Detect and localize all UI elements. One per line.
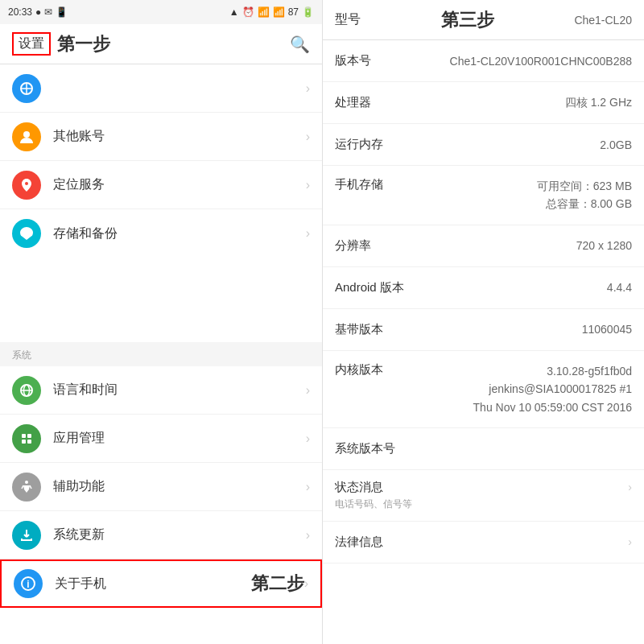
accounts-arrow: › <box>306 130 310 144</box>
right-panel: 型号 第三步 Che1-CL20 版本号 Che1-CL20V100R001CH… <box>322 0 644 644</box>
system-section-divider: 系统 <box>0 342 322 366</box>
alarm-icon: ⏰ <box>242 6 254 18</box>
menu-item-about-phone[interactable]: i 关于手机 第二步 › <box>0 559 322 608</box>
system-update-arrow: › <box>306 528 310 543</box>
storage-label: 存储和备份 <box>53 225 306 242</box>
info-row-legal[interactable]: 法律信息 › <box>323 522 644 564</box>
menu-item-network[interactable]: › <box>0 64 322 113</box>
menu-item-system-update[interactable]: 系统更新 › <box>0 511 322 559</box>
svg-rect-8 <box>27 434 31 438</box>
accounts-icon <box>12 122 41 151</box>
menu-item-storage[interactable]: 存储和备份 › <box>0 209 322 258</box>
signal-icon: ● <box>35 6 41 18</box>
storage-icon <box>12 219 41 248</box>
info-row-ram: 运行内存 2.0GB <box>323 124 644 166</box>
phone-storage-value: 可用空间：623 MB总容量：8.00 GB <box>399 177 632 213</box>
right-header: 型号 第三步 Che1-CL20 <box>323 0 644 40</box>
settings-label: 设置 <box>12 32 51 56</box>
app-manager-icon <box>12 424 41 453</box>
wifi-icon: 📶 <box>258 6 270 18</box>
version-value: Che1-CL20V100R001CHNC00B288 <box>399 55 632 68</box>
network-icon <box>12 74 41 103</box>
svg-line-13 <box>30 485 31 489</box>
svg-point-11 <box>25 481 28 484</box>
step1-label: 第一步 <box>57 32 110 56</box>
time-label: 20:33 <box>8 6 32 18</box>
system-section-label: 系统 <box>0 341 43 366</box>
processor-label: 处理器 <box>335 95 399 110</box>
language-label: 语言和时间 <box>53 382 306 398</box>
step3-label: 第三步 <box>441 8 494 32</box>
system-menu-list: 语言和时间 › 应用管理 › <box>0 366 322 644</box>
resolution-value: 720 x 1280 <box>399 239 632 252</box>
menu-item-app-manager[interactable]: 应用管理 › <box>0 415 322 463</box>
left-panel: 20:33 ● ✉ 📱 ▲ ⏰ 📶 📶 87 🔋 设置 第一步 🔍 <box>0 0 322 644</box>
menu-item-accessibility[interactable]: 辅助功能 › <box>0 463 322 511</box>
svg-rect-7 <box>22 434 26 438</box>
info-row-resolution: 分辨率 720 x 1280 <box>323 225 644 267</box>
menu-item-location[interactable]: 定位服务 › <box>0 161 322 209</box>
message-icon: ✉ <box>44 6 52 18</box>
status-label: 状态消息 <box>335 480 399 495</box>
phone-icon: 📱 <box>56 6 68 18</box>
status-bar: 20:33 ● ✉ 📱 ▲ ⏰ 📶 📶 87 🔋 <box>0 0 322 24</box>
model-value-header: Che1-CL20 <box>574 14 632 27</box>
network-arrow: › <box>306 81 310 96</box>
svg-line-12 <box>22 485 23 489</box>
language-arrow: › <box>306 383 310 398</box>
menu-item-other-accounts[interactable]: 其他账号 › <box>0 113 322 161</box>
status-sublabel: 电话号码、信号等 <box>335 497 412 511</box>
android-value: 4.4.4 <box>415 281 632 294</box>
accounts-label: 其他账号 <box>53 128 306 145</box>
system-update-icon <box>12 521 41 550</box>
status-bar-right: ▲ ⏰ 📶 📶 87 🔋 <box>229 6 314 18</box>
storage-arrow: › <box>306 226 310 241</box>
language-icon <box>12 376 41 405</box>
location-label: 定位服务 <box>53 176 306 193</box>
location-icon <box>12 171 41 200</box>
battery-label: 87 <box>288 6 299 18</box>
svg-point-3 <box>23 131 30 138</box>
status-bar-left: 20:33 ● ✉ 📱 <box>8 6 68 18</box>
legal-arrow: › <box>628 535 632 548</box>
system-update-label: 系统更新 <box>53 526 306 543</box>
baseband-value: 11060045 <box>399 323 632 336</box>
info-row-kernel: 内核版本 3.10.28-g5f1fb0djenkins@SIA10000178… <box>323 351 644 428</box>
info-row-status[interactable]: 状态消息 › 电话号码、信号等 <box>323 470 644 522</box>
info-row-sys-version: 系统版本号 <box>323 428 644 470</box>
sys-version-label: 系统版本号 <box>335 441 415 456</box>
about-label: 关于手机 <box>55 576 245 592</box>
top-bar: 设置 第一步 🔍 <box>0 24 322 64</box>
search-icon[interactable]: 🔍 <box>290 35 310 54</box>
version-label: 版本号 <box>335 53 399 68</box>
signal-strength-icon: 📶 <box>273 6 285 18</box>
accessibility-label: 辅助功能 <box>53 478 306 495</box>
accessibility-icon <box>12 473 41 502</box>
kernel-value: 3.10.28-g5f1fb0djenkins@SIA1000017825 #1… <box>399 362 632 416</box>
menu-item-language[interactable]: 语言和时间 › <box>0 366 322 415</box>
ram-value: 2.0GB <box>399 138 632 151</box>
status-arrow: › <box>628 481 632 493</box>
baseband-label: 基带版本 <box>335 322 399 337</box>
android-label: Android 版本 <box>335 280 415 295</box>
svg-rect-10 <box>27 440 31 444</box>
location-arrow: › <box>306 178 310 192</box>
about-arrow: › <box>304 576 308 591</box>
phone-storage-label: 手机存储 <box>335 177 399 192</box>
info-row-baseband: 基带版本 11060045 <box>323 309 644 351</box>
svg-rect-9 <box>22 440 26 444</box>
info-row-processor: 处理器 四核 1.2 GHz <box>323 82 644 124</box>
model-header-label: 型号 <box>335 11 361 28</box>
legal-label: 法律信息 <box>335 535 399 550</box>
info-row-version: 版本号 Che1-CL20V100R001CHNC00B288 <box>323 40 644 82</box>
app-manager-label: 应用管理 <box>53 430 306 447</box>
resolution-label: 分辨率 <box>335 238 399 254</box>
app-manager-arrow: › <box>306 431 310 446</box>
processor-value: 四核 1.2 GHz <box>399 96 632 110</box>
sim-icon: ▲ <box>229 6 239 18</box>
kernel-label: 内核版本 <box>335 362 399 378</box>
battery-icon: 🔋 <box>302 6 314 18</box>
ram-label: 运行内存 <box>335 137 399 152</box>
svg-text:i: i <box>27 579 29 590</box>
about-icon: i <box>14 569 43 598</box>
